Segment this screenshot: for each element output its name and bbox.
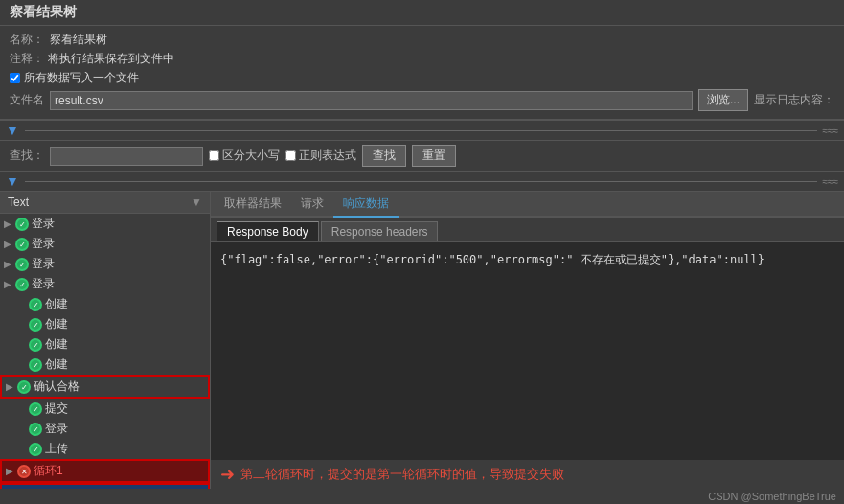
status-green-icon	[15, 238, 29, 251]
status-green-icon	[29, 402, 42, 416]
response-content: {"flag":false,"error":{"errorid":"500","…	[211, 242, 844, 460]
all-data-checkbox[interactable]	[10, 73, 20, 83]
all-data-label-text: 所有数据写入一个文件	[24, 70, 139, 86]
wave-dots-2: ≈≈≈	[817, 176, 844, 187]
item-text: 循环1	[34, 463, 63, 479]
bottom-bar: CSDN @SomethingBeTrue	[0, 489, 844, 504]
all-data-row: 所有数据写入一个文件	[10, 70, 834, 86]
tree-item-1[interactable]: ▶ 登录	[0, 214, 210, 234]
tree-body[interactable]: ▶ 登录 ▶ 登录 ▶ 登录 ▶	[0, 214, 210, 489]
status-green-icon	[15, 218, 29, 231]
note-row: 注释： 将执行结果保存到文件中	[10, 51, 834, 67]
item-text: 登录	[45, 421, 68, 437]
case-sensitive-checkbox[interactable]	[209, 150, 219, 161]
status-green-icon	[29, 298, 42, 311]
name-label: 名称：	[10, 32, 44, 48]
status-green-icon	[15, 258, 29, 271]
note-label: 注释：	[10, 51, 44, 67]
response-json-text: {"flag":false,"error":{"errorid":"500","…	[220, 253, 764, 266]
response-headers-tab[interactable]: Response headers	[321, 221, 439, 241]
file-input[interactable]	[50, 91, 693, 110]
tree-item-5[interactable]: 创建	[0, 294, 210, 314]
status-green-icon	[17, 380, 31, 394]
expand-arrow-icon: ▶	[4, 279, 13, 289]
divider-row-1: ▼ ≈≈≈	[0, 120, 844, 141]
item-text: 创建	[45, 336, 68, 353]
tree-header-arrow-icon[interactable]: ▼	[187, 195, 206, 209]
collapse-arrow-2-icon[interactable]: ▼	[0, 173, 25, 189]
collapse-arrow-icon[interactable]: ▼	[0, 123, 25, 138]
status-green-icon	[29, 358, 42, 372]
item-text: 登录	[32, 216, 55, 232]
search-button[interactable]: 查找	[362, 145, 406, 167]
tab-response-data[interactable]: 响应数据	[333, 192, 399, 218]
search-input[interactable]	[50, 147, 203, 166]
status-green-icon	[29, 423, 42, 436]
item-text: 登录	[32, 236, 55, 252]
item-text: 创建	[45, 296, 68, 312]
item-text: 上传	[45, 441, 68, 457]
tree-item-9[interactable]: ▶ 确认合格	[0, 375, 210, 399]
status-green-icon	[29, 338, 42, 352]
expand-arrow-icon: ▶	[6, 466, 15, 476]
tree-item-10[interactable]: 提交	[0, 399, 210, 419]
response-body-tab[interactable]: Response Body	[217, 221, 319, 241]
item-text: 提交	[45, 401, 68, 417]
file-label: 文件名	[10, 92, 44, 108]
status-green-icon	[29, 318, 42, 332]
item-text: 登录	[32, 276, 55, 292]
browse-button[interactable]: 浏览...	[698, 89, 748, 111]
tab-request[interactable]: 请求	[291, 192, 333, 218]
status-green-icon	[15, 278, 29, 291]
tree-header: Text ▼	[0, 192, 210, 214]
wave-dots-1: ≈≈≈	[817, 126, 844, 136]
status-green-icon	[29, 443, 42, 456]
divider-line-1	[25, 130, 817, 131]
tree-item-13[interactable]: ▶ 循环1	[0, 459, 210, 483]
item-text: 登录	[32, 256, 55, 272]
note-value: 将执行结果保存到文件中	[48, 51, 174, 67]
window-title-text: 察看结果树	[10, 4, 77, 21]
all-data-checkbox-label[interactable]: 所有数据写入一个文件	[10, 70, 139, 86]
case-sensitive-option[interactable]: 区分大小写	[209, 148, 280, 164]
form-section: 名称： 察看结果树 注释： 将执行结果保存到文件中 所有数据写入一个文件 文件名…	[0, 26, 844, 120]
search-row: 查找： 区分大小写 正则表达式 查找 重置	[0, 141, 844, 172]
tree-item-11[interactable]: 登录	[0, 419, 210, 439]
tab-sampler-result[interactable]: 取样器结果	[215, 192, 291, 218]
log-label: 显示日志内容：	[754, 92, 834, 108]
expand-arrow-icon: ▶	[4, 218, 13, 229]
reset-button[interactable]: 重置	[412, 145, 456, 167]
divider-row-2: ▼ ≈≈≈	[0, 172, 844, 192]
tree-item-12[interactable]: 上传	[0, 439, 210, 459]
item-text: 创建	[45, 356, 68, 373]
tree-header-text: Text	[4, 194, 187, 211]
tree-item-7[interactable]: 创建	[0, 334, 210, 355]
main-tabs: 取样器结果 请求 响应数据	[211, 192, 844, 218]
annotation-row: ➜ 第二轮循环时，提交的是第一轮循环时的值，导致提交失败	[211, 460, 844, 489]
expand-arrow-icon: ▶	[6, 381, 15, 392]
window-title-bar: 察看结果树	[0, 0, 844, 26]
watermark-text: CSDN @SomethingBeTrue	[0, 491, 844, 502]
main-container: 察看结果树 名称： 察看结果树 注释： 将执行结果保存到文件中 所有数据写入一个…	[0, 0, 844, 504]
item-text: 确认合格	[34, 378, 80, 395]
expand-arrow-icon: ▶	[4, 239, 13, 249]
name-row: 名称： 察看结果树	[10, 32, 834, 48]
right-panel: 取样器结果 请求 响应数据 Response Body Response hea…	[211, 192, 844, 489]
status-red-icon	[17, 465, 31, 478]
annotation-text: 第二轮循环时，提交的是第一轮循环时的值，导致提交失败	[240, 466, 564, 483]
tree-item-2[interactable]: ▶ 登录	[0, 234, 210, 254]
case-sensitive-label: 区分大小写	[222, 148, 280, 164]
tree-item-3[interactable]: ▶ 登录	[0, 254, 210, 274]
tree-item-4[interactable]: ▶ 登录	[0, 274, 210, 294]
response-tabs: Response Body Response headers	[211, 218, 844, 242]
content-area: Text ▼ ▶ 登录 ▶ 登录 ▶	[0, 192, 844, 489]
tree-item-6[interactable]: 创建	[0, 314, 210, 334]
red-arrow-icon: ➜	[220, 464, 235, 485]
tree-panel: Text ▼ ▶ 登录 ▶ 登录 ▶	[0, 192, 211, 489]
search-label: 查找：	[10, 148, 44, 164]
regex-option[interactable]: 正则表达式	[285, 148, 356, 164]
name-value: 察看结果树	[50, 32, 107, 48]
file-row: 文件名 浏览... 显示日志内容：	[10, 89, 834, 111]
tree-item-8[interactable]: 创建	[0, 355, 210, 375]
regex-checkbox[interactable]	[285, 150, 296, 161]
